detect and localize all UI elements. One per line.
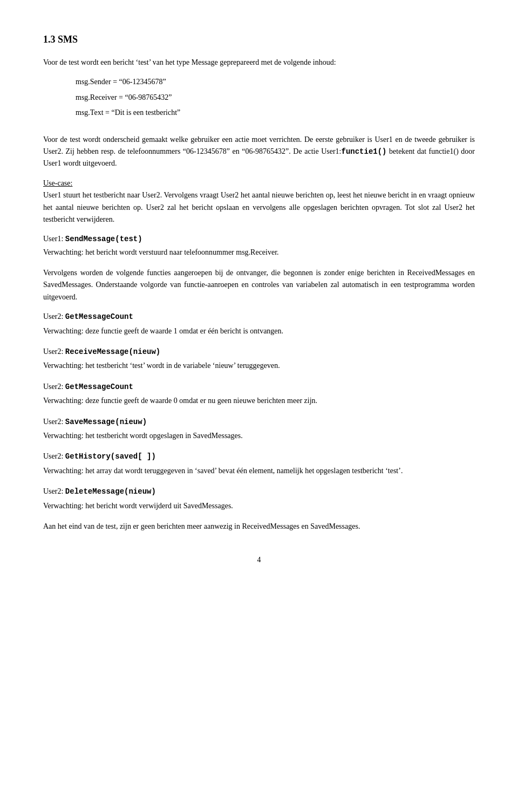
action-expectation-4: Verwachting: het testbericht wordt opges… [43,430,475,442]
action-section-3: User2: GetMessageCount Verwachting: deze… [43,381,475,407]
action-label-3: User2: GetMessageCount [43,381,475,393]
action-label-4: User2: SaveMessage(nieuw) [43,416,475,428]
action-section-5: User2: GetHistory(saved[ ]) Verwachting:… [43,451,475,477]
intro-paragraph: Voor de test wordt een bericht ‘test’ va… [43,57,475,69]
action-label-2: User2: ReceiveMessage(nieuw) [43,346,475,358]
action-label-6: User2: DeleteMessage(nieuw) [43,486,475,497]
description-paragraph-2: Vervolgens worden de volgende functies a… [43,267,475,303]
text-line: msg.Text = “Dit is een testbericht” [76,107,475,119]
section-title: 1.3 SMS [43,32,475,47]
action-expectation-6: Verwachting: het bericht wordt verwijder… [43,500,475,512]
functie1-code: functie1() [341,147,386,156]
page-number: 4 [43,554,475,565]
final-paragraph: Aan het eind van de test, zijn er geen b… [43,521,475,533]
user1-label: User1: [43,235,65,243]
action-expectation-3: Verwachting: deze functie geeft de waard… [43,395,475,407]
action-section-1: User2: GetMessageCount Verwachting: deze… [43,311,475,337]
action-user-2: User2: [43,347,65,356]
action-code-4: SaveMessage(nieuw) [65,418,147,426]
description-paragraph: Voor de test wordt onderscheid gemaakt w… [43,134,475,170]
action-section-6: User2: DeleteMessage(nieuw) Verwachting:… [43,486,475,512]
action-user-4: User2: [43,418,65,426]
action-section-4: User2: SaveMessage(nieuw) Verwachting: h… [43,416,475,442]
action-user-5: User2: [43,452,65,460]
use-case-header: Use-case: User1 stuurt het testbericht n… [43,178,475,226]
action-label-1: User2: GetMessageCount [43,311,475,323]
action-code-5: GetHistory(saved[ ]) [65,452,156,461]
receiver-line: msg.Receiver = “06-98765432” [76,92,475,104]
action-user-3: User2: [43,383,65,391]
intro-line1: Voor de test wordt een bericht ‘test’ va… [43,58,336,66]
use-case-label: Use-case: [43,179,72,187]
action-code-3: GetMessageCount [65,383,133,391]
use-case-text: User1 stuurt het testbericht naar User2.… [43,191,475,223]
action-expectation-1: Verwachting: deze functie geeft de waard… [43,325,475,337]
user1-action-code: SendMessage(test) [65,235,142,243]
user1-expectation: Verwachting: het bericht wordt verstuurd… [43,247,475,258]
action-section-2: User2: ReceiveMessage(nieuw) Verwachting… [43,346,475,372]
action-user-6: User2: [43,487,65,495]
action-code-1: GetMessageCount [65,312,133,321]
user1-action: User1: SendMessage(test) [43,233,475,245]
action-label-5: User2: GetHistory(saved[ ]) [43,451,475,462]
action-expectation-5: Verwachting: het array dat wordt terugge… [43,465,475,477]
action-code-6: DeleteMessage(nieuw) [65,487,156,496]
action-user-1: User2: [43,312,65,320]
sender-line: msg.Sender = “06-12345678” [76,76,475,88]
action-expectation-2: Verwachting: het testbericht ‘test’ word… [43,360,475,372]
action-code-2: ReceiveMessage(nieuw) [65,347,160,356]
